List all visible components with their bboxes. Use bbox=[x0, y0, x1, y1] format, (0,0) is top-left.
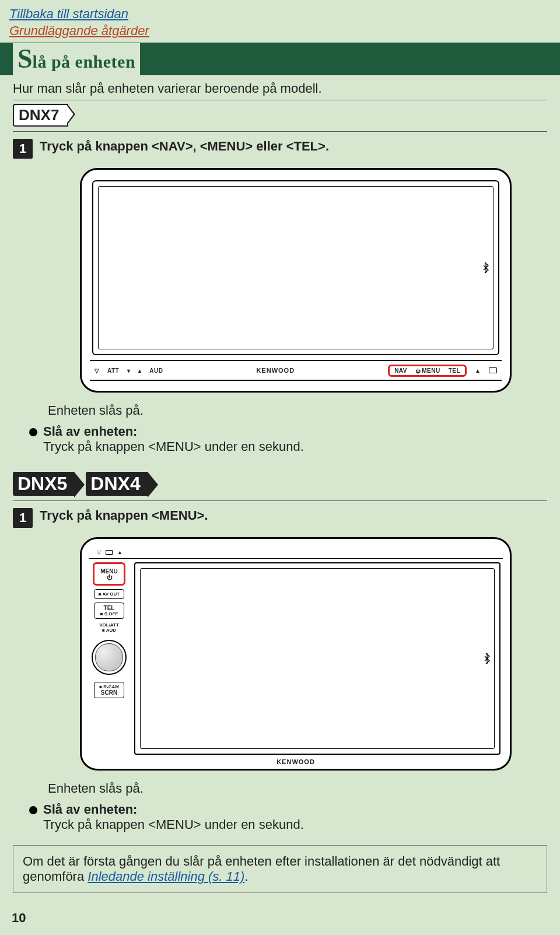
page-number: 10 bbox=[12, 911, 26, 926]
link-initial-setup[interactable]: Inledande inställning (s. 11) bbox=[88, 869, 244, 884]
brand-kenwood-2: KENWOOD bbox=[89, 755, 503, 765]
bluetooth-icon bbox=[483, 262, 490, 274]
btn-menu: ⏻ MENU bbox=[415, 367, 440, 374]
model-tag-dnx7: DNX7 bbox=[13, 104, 68, 127]
bluetooth-icon bbox=[484, 653, 491, 664]
brand-kenwood: KENWOOD bbox=[256, 367, 295, 374]
link-basic-operations[interactable]: Grundläggande åtgärder bbox=[9, 23, 149, 38]
device7-button-row: ▽ ATT ▾ ▴ AUD KENWOOD NAV ⏻ MENU TEL ▲ bbox=[90, 360, 502, 381]
side-avout: ■ AV OUT bbox=[94, 589, 124, 599]
step-number-1b: 1 bbox=[13, 508, 33, 528]
bullet-dot bbox=[29, 806, 37, 814]
heading-bar: Slå på enheten bbox=[0, 43, 560, 75]
model-tag-dnx4: DNX4 bbox=[86, 472, 147, 496]
turned-on-2: Enheten slås på. bbox=[48, 781, 547, 796]
device5-side-panel: MENU ⏻ ■ AV OUT TEL ■ S.OFF VOL/ATT ■ AU… bbox=[89, 562, 130, 755]
btn-aud: AUD bbox=[149, 367, 163, 374]
device5-screen bbox=[134, 562, 501, 755]
btn-tel: TEL bbox=[449, 367, 460, 374]
heading-dropcap: S bbox=[18, 44, 33, 73]
arrow-down-icon: ▾ bbox=[127, 367, 130, 374]
turn-off-body-2: Tryck på knappen <MENU> under en sekund. bbox=[43, 817, 547, 832]
btn-att: ATT bbox=[107, 367, 119, 374]
intro-text: Hur man slår på enheten varierar beroend… bbox=[13, 81, 547, 100]
turn-off-body-1: Tryck på knappen <MENU> under en sekund. bbox=[43, 439, 547, 454]
top-triangle-icon: ▽ bbox=[97, 549, 101, 555]
note-text-c: . bbox=[244, 869, 248, 884]
model-tag-dnx5: DNX5 bbox=[13, 472, 74, 496]
highlighted-buttons: NAV ⏻ MENU TEL bbox=[388, 365, 467, 377]
rect-icon bbox=[489, 367, 497, 373]
volume-knob-icon bbox=[92, 640, 127, 675]
heading-text: lå på enheten bbox=[33, 52, 136, 71]
side-vol-label: VOL/ATT ■ AUD bbox=[99, 622, 119, 633]
device7-screen bbox=[92, 180, 499, 355]
highlighted-menu-button: MENU ⏻ bbox=[93, 562, 125, 586]
step-number-1: 1 bbox=[13, 139, 33, 159]
eject-icon: ▲ bbox=[475, 367, 481, 374]
turned-on-1: Enheten slås på. bbox=[48, 403, 547, 418]
heading: Slå på enheten bbox=[9, 43, 140, 75]
step-text-dnx7: Tryck på knappen <NAV>, <MENU> eller <TE… bbox=[40, 139, 329, 154]
bullet-dot bbox=[29, 428, 37, 436]
device-illustration-dnx5: ▽ ▲ MENU ⏻ ■ AV OUT TEL ■ S.OFF VOL/ATT … bbox=[80, 537, 512, 771]
link-back-home[interactable]: Tillbaka till startsidan bbox=[9, 6, 128, 21]
btn-nav: NAV bbox=[394, 367, 407, 374]
side-tel: TEL ■ S.OFF bbox=[94, 603, 124, 619]
device-illustration-dnx7: ▽ ATT ▾ ▴ AUD KENWOOD NAV ⏻ MENU TEL ▲ bbox=[80, 168, 512, 393]
note-box: Om det är första gången du slår på enhet… bbox=[13, 845, 547, 893]
triangle-down-icon: ▽ bbox=[94, 367, 99, 374]
arrow-up-icon: ▴ bbox=[138, 367, 141, 374]
power-icon: ⏻ bbox=[107, 575, 112, 580]
top-rect-icon bbox=[106, 550, 113, 555]
turn-off-heading-2: Slå av enheten: bbox=[29, 802, 547, 817]
step-text-dnx5: Tryck på knappen <MENU>. bbox=[40, 508, 208, 523]
side-scrn: ■ R-CAM SCRN bbox=[94, 682, 124, 698]
top-eject-icon: ▲ bbox=[117, 549, 123, 555]
turn-off-heading-1: Slå av enheten: bbox=[29, 424, 547, 439]
